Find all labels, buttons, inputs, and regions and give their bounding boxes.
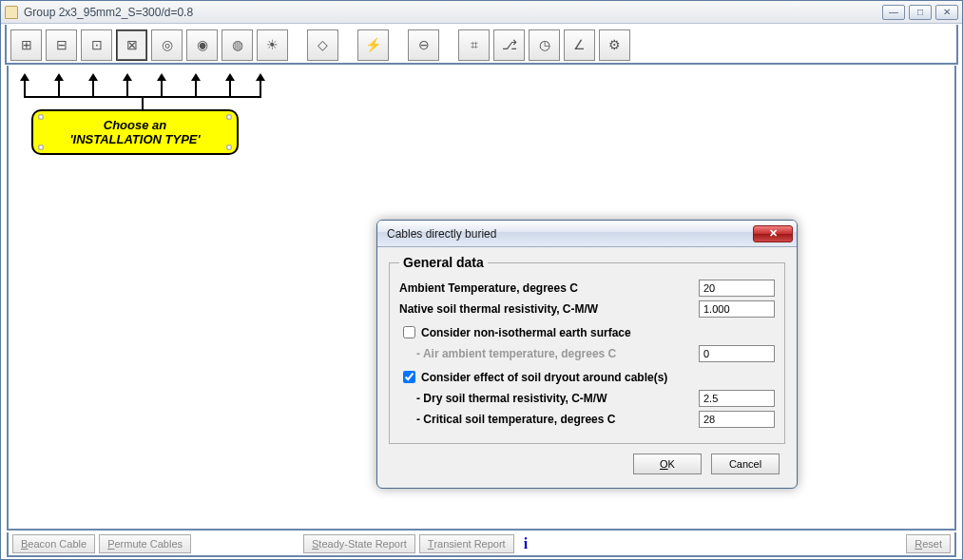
native-resistivity-input[interactable] xyxy=(699,300,775,318)
soil-dryout-label: Consider effect of soil dryout around ca… xyxy=(421,371,667,384)
install-type-3[interactable]: ⊡ xyxy=(81,29,112,61)
info-icon[interactable]: i xyxy=(518,535,533,552)
callout-line2: 'INSTALLATION TYPE' xyxy=(69,132,200,146)
callout-line1: Choose an xyxy=(104,118,166,132)
install-type-2[interactable]: ⊟ xyxy=(46,29,77,61)
window-title: Group 2x3_95mm2_S=300/d=0.8 xyxy=(24,6,193,19)
diamond-icon[interactable]: ◇ xyxy=(307,29,338,61)
bottom-bar: Beacon Cable Permute Cables Steady-State… xyxy=(7,532,956,557)
reset-button[interactable]: Reset xyxy=(906,534,951,553)
compass-icon[interactable]: ◷ xyxy=(529,29,560,61)
window-buttons: — □ ✕ xyxy=(882,5,958,20)
general-data-legend: General data xyxy=(399,255,488,270)
dry-resistivity-label: - Dry soil thermal resistivity, C-M/W xyxy=(399,392,699,405)
permute-cables-button[interactable]: Permute Cables xyxy=(99,534,191,553)
install-type-sun[interactable]: ☀ xyxy=(257,29,288,61)
dialog-buttons: OK Cancel xyxy=(389,444,785,484)
cancel-button[interactable]: Cancel xyxy=(711,454,780,474)
app-window: Group 2x3_95mm2_S=300/d=0.8 — □ ✕ ⊞ ⊟ ⊡ … xyxy=(0,0,963,560)
critical-temp-label: - Critical soil temperature, degrees C xyxy=(399,413,699,426)
dry-resistivity-input[interactable] xyxy=(699,390,775,407)
beacon-cable-button[interactable]: Beacon Cable xyxy=(12,534,95,553)
non-isothermal-checkbox[interactable] xyxy=(403,326,415,338)
bolt-icon[interactable]: ⚡ xyxy=(357,29,389,61)
dialog-title: Cables directly buried xyxy=(387,227,496,241)
angle-icon[interactable]: ∠ xyxy=(564,29,595,61)
ok-button[interactable]: OK xyxy=(633,454,702,474)
dialog-body: General data Ambient Temperature, degree… xyxy=(377,247,797,488)
critical-temp-input[interactable] xyxy=(699,411,775,428)
non-isothermal-label: Consider non-isothermal earth surface xyxy=(421,326,631,339)
arrows-diagram xyxy=(24,79,261,100)
steady-state-report-button[interactable]: Steady-State Report xyxy=(303,534,415,553)
toolbar: ⊞ ⊟ ⊡ ⊠ ◎ ◉ ◍ ☀ ◇ ⚡ ⊖ ⌗ ⎇ ◷ ∠ ⚙ xyxy=(5,25,958,65)
cables-buried-dialog: Cables directly buried ✕ General data Am… xyxy=(376,220,798,489)
soil-dryout-checkbox[interactable] xyxy=(403,371,415,383)
ambient-temperature-input[interactable] xyxy=(699,280,775,297)
install-type-4-selected[interactable]: ⊠ xyxy=(116,29,147,61)
install-type-5[interactable]: ◎ xyxy=(151,29,183,61)
axes1-icon[interactable]: ⌗ xyxy=(458,29,490,61)
air-ambient-input[interactable] xyxy=(699,345,775,362)
titlebar: Group 2x3_95mm2_S=300/d=0.8 — □ ✕ xyxy=(1,1,962,24)
install-type-7[interactable]: ◍ xyxy=(221,29,253,61)
dialog-close-button[interactable]: ✕ xyxy=(753,225,793,242)
transient-report-button[interactable]: Transient Report xyxy=(419,534,514,553)
gear-icon[interactable]: ⚙ xyxy=(599,29,630,61)
ambient-temperature-label: Ambient Temperature, degrees C xyxy=(399,281,699,295)
dialog-titlebar[interactable]: Cables directly buried ✕ xyxy=(377,221,797,247)
general-data-group: General data Ambient Temperature, degree… xyxy=(389,255,785,444)
minimize-button[interactable]: — xyxy=(882,5,905,20)
install-type-6[interactable]: ◉ xyxy=(186,29,218,61)
close-button[interactable]: ✕ xyxy=(935,5,958,20)
maximize-button[interactable]: □ xyxy=(909,5,932,20)
installation-type-callout: Choose an 'INSTALLATION TYPE' xyxy=(31,109,239,155)
folder-icon xyxy=(5,6,18,19)
zoom-icon[interactable]: ⊖ xyxy=(408,29,439,61)
install-type-1[interactable]: ⊞ xyxy=(10,29,42,61)
axes2-icon[interactable]: ⎇ xyxy=(493,29,525,61)
native-resistivity-label: Native soil thermal resistivity, C-M/W xyxy=(399,302,699,316)
air-ambient-label: - Air ambient temperature, degrees C xyxy=(399,347,699,360)
